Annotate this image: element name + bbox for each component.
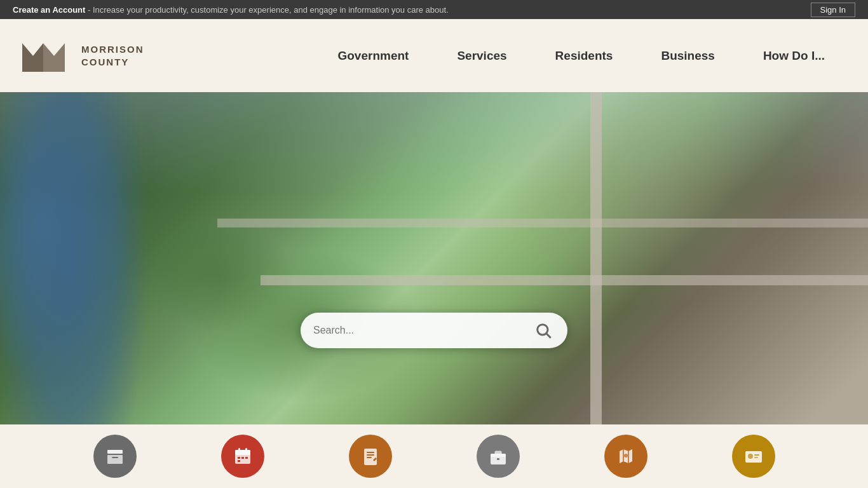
hero-road-vertical xyxy=(590,92,602,424)
svg-rect-9 xyxy=(238,448,240,452)
main-nav: Government Services Residents Business H… xyxy=(159,49,849,63)
icon-item-6[interactable] xyxy=(732,435,775,478)
logo-area[interactable]: MORRISON COUNTY xyxy=(19,34,159,78)
calendar-icon xyxy=(233,446,253,466)
hero-road-horizontal xyxy=(261,275,868,285)
icon-item-1[interactable] xyxy=(93,435,137,478)
svg-point-2 xyxy=(538,325,548,335)
svg-rect-10 xyxy=(245,448,247,452)
icon-item-2[interactable] xyxy=(221,435,264,478)
svg-point-27 xyxy=(748,454,753,459)
archive-icon xyxy=(105,446,125,466)
svg-marker-1 xyxy=(43,43,65,72)
nav-item-residents[interactable]: Residents xyxy=(531,49,637,63)
top-bar-desc: - Increase your productivity, customize … xyxy=(85,5,448,15)
icon-circle-6 xyxy=(732,435,775,478)
svg-rect-6 xyxy=(112,457,118,458)
icon-circle-4 xyxy=(477,435,520,478)
hero-section xyxy=(0,92,868,424)
svg-rect-21 xyxy=(491,454,506,457)
svg-rect-13 xyxy=(245,457,248,459)
nav-item-how-do-i[interactable]: How Do I... xyxy=(739,49,849,63)
svg-marker-0 xyxy=(22,43,43,72)
svg-point-25 xyxy=(624,454,628,458)
header: MORRISON COUNTY Government Services Resi… xyxy=(0,19,868,92)
search-container xyxy=(301,313,567,348)
icon-item-5[interactable] xyxy=(604,435,648,478)
svg-rect-18 xyxy=(367,457,372,458)
nav-item-government[interactable]: Government xyxy=(313,49,433,63)
logo-icon xyxy=(19,34,76,78)
svg-rect-11 xyxy=(238,457,240,459)
svg-rect-17 xyxy=(367,454,374,456)
form-icon xyxy=(360,446,381,466)
search-icon xyxy=(534,322,552,339)
create-account-link[interactable]: Create an Account xyxy=(13,5,85,15)
hero-overlay xyxy=(0,92,868,424)
svg-rect-8 xyxy=(235,450,250,455)
icons-strip xyxy=(0,424,868,488)
id-card-icon xyxy=(743,446,764,466)
top-bar-left: Create an Account - Increase your produc… xyxy=(13,5,449,15)
search-bar xyxy=(301,313,567,348)
svg-rect-26 xyxy=(745,451,762,463)
svg-rect-5 xyxy=(107,455,123,464)
icon-circle-2 xyxy=(221,435,264,478)
search-input[interactable] xyxy=(313,325,532,336)
svg-rect-28 xyxy=(754,454,759,456)
svg-rect-29 xyxy=(754,457,758,458)
svg-line-3 xyxy=(546,334,550,337)
svg-rect-12 xyxy=(241,457,244,459)
icon-circle-3 xyxy=(349,435,392,478)
sign-in-button[interactable]: Sign In xyxy=(811,3,855,17)
logo-text: MORRISON COUNTY xyxy=(81,43,144,68)
svg-rect-4 xyxy=(107,450,123,454)
icon-circle-5 xyxy=(604,435,648,478)
nav-item-services[interactable]: Services xyxy=(433,49,531,63)
top-bar: Create an Account - Increase your produc… xyxy=(0,0,868,19)
icon-item-4[interactable] xyxy=(477,435,520,478)
briefcase-icon xyxy=(488,446,508,466)
map-icon xyxy=(616,446,636,466)
hero-road-horizontal-2 xyxy=(217,219,869,227)
svg-rect-16 xyxy=(367,452,374,453)
svg-rect-14 xyxy=(238,460,240,462)
nav-item-business[interactable]: Business xyxy=(637,49,738,63)
icon-item-3[interactable] xyxy=(349,435,392,478)
icon-circle-1 xyxy=(93,435,137,478)
svg-rect-22 xyxy=(497,458,499,460)
search-button[interactable] xyxy=(532,319,555,342)
